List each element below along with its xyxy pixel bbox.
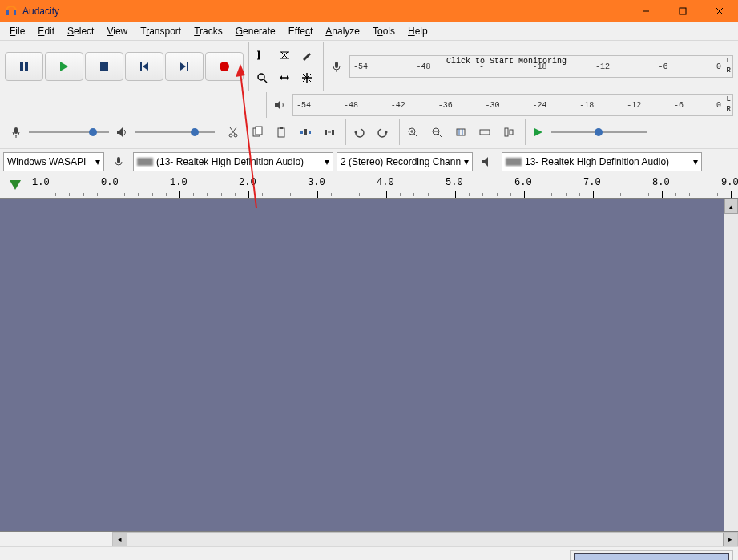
svg-marker-36 bbox=[117, 127, 123, 137]
svg-point-14 bbox=[220, 62, 229, 71]
scroll-left-button[interactable]: ◂ bbox=[113, 533, 127, 546]
app-icon bbox=[5, 5, 18, 18]
menu-edit[interactable]: Edit bbox=[31, 24, 61, 38]
menu-analyze[interactable]: Analyze bbox=[319, 24, 366, 38]
speaker-icon bbox=[476, 151, 498, 173]
svg-rect-42 bbox=[256, 127, 262, 135]
svg-rect-10 bbox=[140, 62, 142, 71]
paste-button[interactable] bbox=[270, 121, 292, 143]
meter-tick: -12 bbox=[627, 101, 641, 110]
meter-tick: -54 bbox=[353, 62, 368, 71]
toolbar-area: -54 -48 - -18 -12 -6 0 Click to Start Mo… bbox=[0, 41, 738, 148]
meter-tick: -6 bbox=[658, 62, 667, 71]
svg-marker-11 bbox=[143, 62, 148, 71]
horizontal-scrollbar[interactable]: ◂ ▸ bbox=[112, 532, 738, 546]
fit-selection-button[interactable] bbox=[450, 121, 472, 143]
play-at-speed-button[interactable] bbox=[527, 121, 550, 143]
cut-button[interactable] bbox=[222, 121, 244, 143]
recording-channels-select[interactable]: 2 (Stereo) Recording Chann▾ bbox=[337, 152, 473, 171]
playback-volume-slider[interactable] bbox=[135, 126, 215, 139]
scroll-right-button[interactable]: ▸ bbox=[723, 533, 737, 546]
menu-tracks[interactable]: Tracks bbox=[188, 24, 229, 38]
selection-tool-button[interactable] bbox=[251, 44, 273, 66]
recording-device-select[interactable]: (13- Realtek High Definition Audio)▾ bbox=[133, 152, 333, 171]
svg-rect-13 bbox=[187, 62, 188, 71]
redo-button[interactable] bbox=[372, 121, 394, 143]
speaker-icon[interactable] bbox=[111, 121, 133, 143]
stop-button[interactable] bbox=[85, 52, 123, 81]
svg-rect-34 bbox=[14, 127, 18, 134]
timeline-tick: 1.0 bbox=[170, 177, 188, 188]
timeline-tick: 2.0 bbox=[239, 177, 256, 188]
mic-icon[interactable] bbox=[325, 55, 348, 78]
speaker-icon[interactable] bbox=[268, 94, 291, 116]
timeshift-tool-button[interactable] bbox=[273, 66, 296, 89]
undo-button[interactable] bbox=[348, 121, 370, 143]
meter-tick: 0 bbox=[716, 101, 721, 110]
track-area[interactable]: ▴ bbox=[0, 199, 738, 532]
svg-marker-26 bbox=[287, 75, 289, 80]
horizontal-scrollbar-row: ◂ ▸ bbox=[0, 532, 738, 546]
zoom-out-button[interactable] bbox=[425, 121, 448, 143]
svg-rect-0 bbox=[6, 10, 9, 15]
skip-end-button[interactable] bbox=[165, 52, 204, 81]
svg-marker-8 bbox=[60, 62, 68, 71]
vertical-scrollbar[interactable]: ▴ bbox=[724, 199, 738, 531]
timeline-ruler[interactable]: 1.00.01.02.03.04.05.06.07.08.09.0 bbox=[0, 175, 738, 199]
undo-toolbar bbox=[345, 119, 396, 145]
fit-project-button[interactable] bbox=[474, 121, 496, 143]
menu-effect[interactable]: Effect bbox=[282, 24, 319, 38]
tools-toolbar bbox=[248, 42, 320, 91]
svg-marker-66 bbox=[534, 128, 542, 136]
meter-tick: -12 bbox=[595, 62, 610, 71]
zoom-in-button[interactable] bbox=[401, 121, 424, 143]
copy-button[interactable] bbox=[246, 121, 268, 143]
silence-button[interactable] bbox=[318, 121, 341, 143]
skip-start-button[interactable] bbox=[125, 52, 163, 81]
pause-button[interactable] bbox=[5, 52, 43, 81]
close-button[interactable] bbox=[701, 0, 738, 22]
audio-host-select[interactable]: Windows WASAPI▾ bbox=[3, 152, 104, 171]
menu-tools[interactable]: Tools bbox=[366, 24, 401, 38]
recording-meter[interactable]: -54 -48 - -18 -12 -6 0 Click to Start Mo… bbox=[349, 55, 733, 78]
selection-toolbar: Project Rate (Hz) Snap-To Start and End … bbox=[0, 546, 738, 560]
menu-view[interactable]: View bbox=[100, 24, 134, 38]
blank-transport-space bbox=[3, 92, 263, 118]
menu-transport[interactable]: Transport bbox=[134, 24, 188, 38]
trim-button[interactable] bbox=[294, 121, 317, 143]
menu-help[interactable]: Help bbox=[401, 24, 434, 38]
svg-line-58 bbox=[438, 134, 442, 137]
meter-start-text[interactable]: Click to Start Monitoring bbox=[446, 57, 567, 66]
recording-volume-slider[interactable] bbox=[29, 126, 109, 139]
svg-rect-47 bbox=[309, 131, 311, 134]
playback-speed-slider[interactable] bbox=[551, 126, 647, 139]
minimize-button[interactable] bbox=[627, 0, 664, 22]
audio-position-display[interactable]: 00 h 00 m 00 s▸ bbox=[574, 553, 729, 560]
zoom-toggle-button[interactable] bbox=[498, 121, 520, 143]
timeline-tick: 1.0 bbox=[32, 177, 50, 188]
play-button[interactable] bbox=[45, 52, 83, 81]
playback-device-select[interactable]: 13- Realtek High Definition Audio)▾ bbox=[502, 152, 702, 171]
scroll-up-button[interactable]: ▴ bbox=[724, 199, 738, 214]
play-at-speed-toolbar bbox=[525, 119, 649, 145]
svg-rect-46 bbox=[304, 129, 307, 135]
record-button[interactable] bbox=[205, 52, 244, 81]
mic-icon[interactable] bbox=[5, 121, 27, 143]
playhead-icon[interactable] bbox=[10, 180, 21, 190]
menu-select[interactable]: Select bbox=[61, 24, 100, 38]
svg-rect-7 bbox=[25, 62, 28, 71]
envelope-tool-button[interactable] bbox=[273, 44, 296, 66]
maximize-button[interactable] bbox=[664, 0, 701, 22]
playback-meter[interactable]: -54 -48 -42 -36 -30 -24 -18 -12 -6 0 LR bbox=[292, 94, 733, 116]
draw-tool-button[interactable] bbox=[296, 44, 318, 66]
meter-lr: LR bbox=[727, 56, 731, 75]
zoom-toolbar bbox=[399, 119, 522, 145]
meter-tick: -48 bbox=[344, 101, 358, 110]
meter-tick: -48 bbox=[416, 62, 430, 71]
svg-rect-6 bbox=[20, 62, 23, 71]
multi-tool-button[interactable] bbox=[296, 66, 318, 89]
svg-line-54 bbox=[414, 134, 417, 137]
menu-file[interactable]: File bbox=[3, 24, 31, 38]
zoom-tool-button[interactable] bbox=[251, 66, 273, 89]
menu-generate[interactable]: Generate bbox=[229, 24, 282, 38]
